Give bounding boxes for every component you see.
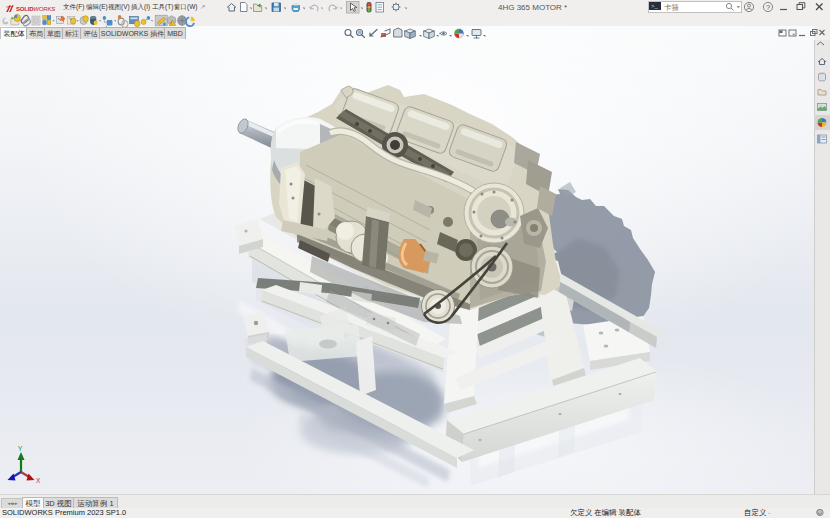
svg-text:SOLIDWORKS: SOLIDWORKS [16, 6, 55, 12]
svg-text:!: ! [171, 21, 172, 26]
svg-text:?: ? [766, 3, 770, 12]
svg-text:X: X [36, 477, 41, 484]
svg-text:Y: Y [18, 445, 23, 452]
